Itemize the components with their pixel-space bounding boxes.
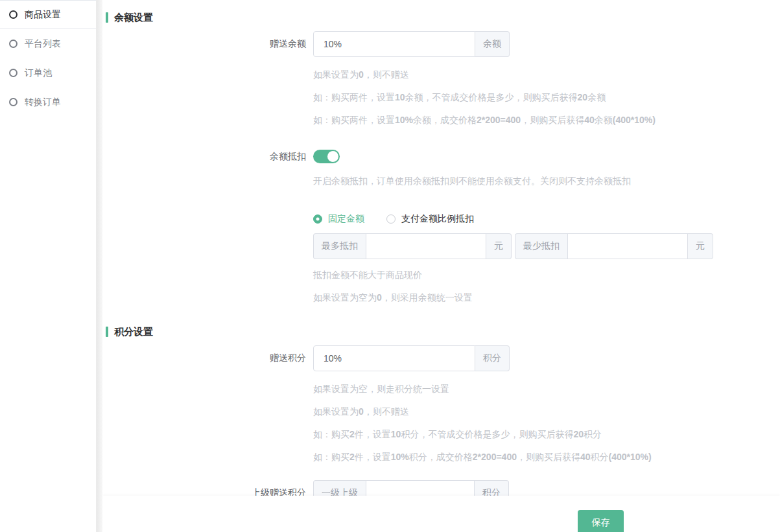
radio-circle-icon [9, 69, 18, 77]
gift-points-row: 赠送积分 积分 [102, 345, 780, 371]
radio-circle-icon [9, 10, 18, 19]
section-title-text: 积分设置 [114, 326, 153, 338]
section-accent-bar [106, 327, 108, 337]
min-deduct-prefix: 最少抵扣 [515, 233, 567, 259]
min-deduct-unit: 元 [688, 233, 713, 259]
tip-text: 如果设置为空为0，则采用余额统一设置 [313, 293, 780, 303]
gift-points-label: 赠送积分 [102, 353, 306, 364]
radio-label: 固定金额 [328, 213, 364, 225]
balance-deduct-toggle[interactable] [313, 150, 340, 163]
scrollbar[interactable] [96, 0, 102, 532]
gift-balance-row: 赠送余额 余额 [102, 31, 780, 57]
max-deduct-input[interactable] [366, 233, 486, 259]
tip-text: 如：购买2件，设置10积分，不管成交价格是多少，则购买后获得20积分 [313, 430, 780, 439]
radio-circle-icon [9, 98, 18, 106]
radio-pay-ratio-deduct[interactable]: 支付金额比例抵扣 [386, 213, 474, 225]
sidebar-item-product-settings[interactable]: 商品设置 [0, 0, 96, 29]
sidebar-item-label: 订单池 [25, 67, 52, 79]
deduct-amount-inputs: 最多抵扣 元 最少抵扣 元 [313, 233, 780, 259]
sidebar-item-convert-order[interactable]: 转换订单 [0, 87, 96, 117]
save-button[interactable]: 保存 [578, 510, 624, 532]
footer-bar: 保存 [102, 496, 780, 532]
gift-points-unit: 积分 [475, 345, 510, 371]
radio-label: 支付金额比例抵扣 [401, 213, 474, 225]
min-deduct-input-group: 最少抵扣 元 [515, 233, 713, 259]
sidebar-item-label: 转换订单 [25, 97, 61, 108]
tip-text: 开启余额抵扣，订单使用余额抵扣则不能使用余额支付。关闭则不支持余额抵扣 [313, 176, 780, 186]
gift-balance-unit: 余额 [475, 31, 510, 57]
tip-text: 如果设置为0，则不赠送 [313, 407, 780, 417]
sidebar-item-platform-list[interactable]: 平台列表 [0, 29, 96, 58]
tip-text: 如果设置为空，则走积分统一设置 [313, 384, 780, 394]
balance-deduct-row: 余额抵扣 [102, 150, 780, 163]
radio-fixed-amount[interactable]: 固定金额 [313, 213, 364, 225]
settings-form: 余额设置 赠送余额 余额 如果设置为0，则不赠送 如：购买两件，设置10余额，不… [102, 0, 780, 532]
gift-points-input-group: 积分 [313, 345, 510, 371]
section-title-balance: 余额设置 [106, 12, 780, 23]
max-deduct-unit: 元 [486, 233, 512, 259]
tip-text: 如果设置为0，则不赠送 [313, 70, 780, 80]
max-deduct-input-group: 最多抵扣 元 [313, 233, 512, 259]
sidebar: 商品设置 平台列表 订单池 转换订单 [0, 0, 96, 532]
balance-deduct-label: 余额抵扣 [102, 151, 306, 163]
gift-balance-label: 赠送余额 [102, 38, 306, 50]
max-deduct-prefix: 最多抵扣 [313, 233, 366, 259]
min-deduct-input[interactable] [567, 233, 688, 259]
tip-text: 抵扣金额不能大于商品现价 [313, 270, 780, 280]
gift-balance-input-group: 余额 [313, 31, 510, 57]
tip-text: 如：购买2件，设置10%积分，成交价格2*200=400，则购买后获得40积分(… [313, 452, 780, 462]
sidebar-item-label: 平台列表 [25, 38, 61, 50]
radio-unchecked-icon [386, 214, 396, 224]
radio-checked-icon [313, 214, 322, 224]
section-accent-bar [106, 12, 108, 23]
section-title-points: 积分设置 [106, 326, 780, 338]
sidebar-item-order-pool[interactable]: 订单池 [0, 58, 96, 87]
toggle-knob [327, 151, 338, 162]
deduct-mode-radio-group: 固定金额 支付金额比例抵扣 [313, 213, 780, 225]
section-title-text: 余额设置 [114, 12, 153, 24]
tip-text: 如：购买两件，设置10%余额，成交价格2*200=400，则购买后获得40余额(… [313, 115, 780, 125]
gift-points-input[interactable] [313, 345, 475, 371]
page: 商品设置 平台列表 订单池 转换订单 余额设置 赠送余额 余额 [0, 0, 780, 532]
sidebar-item-label: 商品设置 [25, 9, 61, 21]
radio-circle-icon [9, 40, 18, 48]
gift-balance-input[interactable] [313, 31, 475, 57]
tip-text: 如：购买两件，设置10余额，不管成交价格是多少，则购买后获得20余额 [313, 93, 780, 102]
